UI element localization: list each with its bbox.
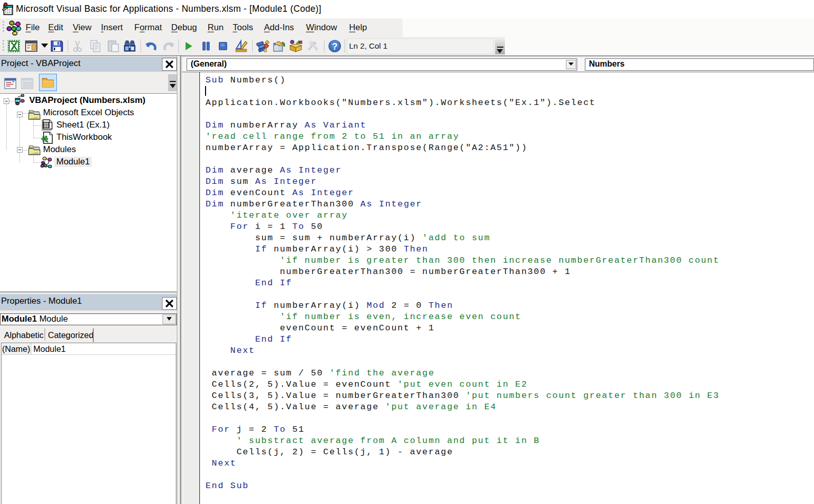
svg-text:?: ?	[332, 41, 338, 52]
